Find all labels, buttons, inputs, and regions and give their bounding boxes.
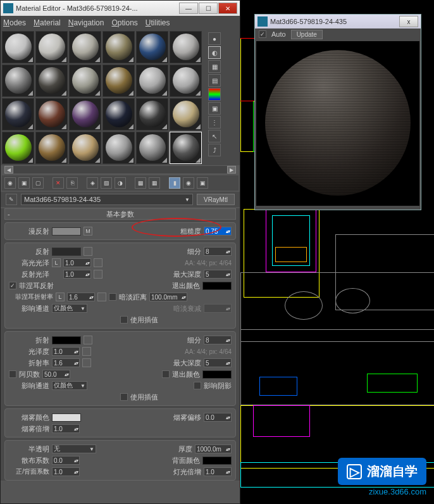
glossiness-map-button[interactable]	[82, 347, 91, 356]
material-preview-window[interactable]: Mat3d66-579819-24-435 x ✓ Auto Update	[254, 14, 421, 210]
exit-color-checkbox[interactable]	[162, 370, 170, 378]
material-name-dropdown[interactable]: Mat3d66-579819-24-435▼	[21, 194, 193, 205]
sample-slot[interactable]	[2, 31, 34, 63]
rollout-header[interactable]: - 基本参数	[4, 208, 236, 220]
sample-slot[interactable]	[35, 31, 68, 63]
dim-dist-spinner[interactable]: 100.0mm▴▾	[149, 293, 187, 301]
refract-affect-dropdown[interactable]: 仅颜色▼	[52, 381, 87, 390]
put-to-library-icon[interactable]: ▧	[101, 177, 112, 189]
refl-gloss-spinner[interactable]: 1.0▴▾	[63, 270, 91, 279]
uv-tiling-icon[interactable]: ▤	[208, 74, 221, 87]
hilight-gloss-spinner[interactable]: 1.0▴▾	[63, 258, 91, 267]
sample-slot[interactable]	[2, 65, 34, 97]
video-color-icon[interactable]	[208, 88, 221, 101]
show-in-viewport-icon[interactable]: ▩	[135, 177, 146, 189]
make-copy-icon[interactable]: ⎘	[66, 177, 78, 189]
abbe-spinner[interactable]: 50.0▴▾	[42, 370, 70, 379]
update-button[interactable]: Update	[291, 30, 323, 39]
ior-map-button[interactable]	[82, 358, 91, 367]
sample-slot[interactable]	[170, 132, 202, 164]
get-material-icon[interactable]: ◉	[4, 177, 16, 189]
horizontal-scrollbar[interactable]: ◀ ▶	[4, 165, 236, 174]
sample-slot[interactable]	[2, 98, 34, 130]
backlight-icon[interactable]: ◐	[208, 46, 221, 59]
titlebar[interactable]: Material Editor - Mat3d66-579819-24-... …	[1, 1, 240, 16]
pick-from-object-icon[interactable]: ▣	[197, 177, 208, 189]
sample-slot[interactable]	[102, 65, 135, 97]
sample-slot[interactable]	[35, 98, 68, 130]
reflect-map-button[interactable]	[84, 247, 92, 256]
scroll-right-button[interactable]: ▶	[227, 166, 236, 173]
auto-checkbox[interactable]: ✓	[259, 30, 266, 38]
refract-subdiv-spinner[interactable]: 8▴▾	[204, 336, 232, 344]
menu-options[interactable]: Options	[111, 18, 137, 27]
fwd-back-spinner[interactable]: 1.0▴▾	[52, 467, 80, 476]
make-preview-icon[interactable]: ▣	[208, 102, 221, 115]
preview-titlebar[interactable]: Mat3d66-579819-24-435 x	[255, 15, 421, 28]
ior-spinner[interactable]: 1.6▴▾	[52, 358, 80, 367]
close-button[interactable]: x	[399, 16, 418, 27]
reflect-subdiv-spinner[interactable]: 8▴▾	[204, 247, 232, 256]
refract-exit-swatch[interactable]	[202, 370, 232, 379]
scatter-spinner[interactable]: 0.0▴▾	[52, 456, 80, 465]
menu-navigation[interactable]: Navigation	[68, 18, 104, 27]
sample-slot[interactable]	[136, 132, 168, 164]
sample-slot[interactable]	[170, 65, 202, 97]
refract-swatch[interactable]	[52, 336, 81, 344]
fog-mult-spinner[interactable]: 1.0▴▾	[52, 424, 80, 433]
sample-slot[interactable]	[170, 98, 202, 130]
background-icon[interactable]: ▦	[208, 60, 221, 73]
back-color-swatch[interactable]	[202, 457, 232, 465]
hilight-map-button[interactable]	[94, 258, 102, 267]
refract-maxdepth-spinner[interactable]: 5▴▾	[204, 358, 232, 367]
sample-type-icon[interactable]: ●	[208, 32, 221, 45]
abbe-checkbox[interactable]	[9, 370, 16, 378]
refl-gloss-map-button[interactable]	[94, 270, 102, 279]
assign-to-selection-icon[interactable]: ▢	[32, 177, 44, 189]
sample-slot[interactable]	[136, 31, 168, 63]
scroll-track[interactable]	[13, 166, 227, 173]
refract-map-button[interactable]	[84, 336, 92, 344]
sample-slot[interactable]	[69, 132, 101, 164]
material-id-icon[interactable]: ◑	[115, 177, 126, 189]
fresnel-checkbox[interactable]: ✓	[9, 282, 16, 289]
fresnel-ior-spinner[interactable]: 1.6▴▾	[67, 293, 95, 301]
use-interp-checkbox[interactable]	[120, 316, 128, 324]
sample-slot[interactable]	[69, 65, 101, 97]
close-button[interactable]: ✕	[218, 3, 237, 14]
translucency-dropdown[interactable]: 无▼	[52, 444, 96, 453]
options-icon[interactable]: ⋮	[208, 116, 221, 129]
sample-slot[interactable]	[102, 132, 135, 164]
material-type-button[interactable]: VRayMtl	[197, 194, 235, 205]
roughness-spinner[interactable]: 0.75▴▾	[204, 227, 232, 236]
fresnel-ior-map-button[interactable]	[97, 293, 106, 301]
sample-slot[interactable]	[170, 31, 202, 63]
show-end-result-icon[interactable]: ▦	[149, 177, 160, 189]
diffuse-map-button[interactable]: M	[84, 227, 92, 236]
menu-modes[interactable]: MModesodes	[3, 18, 26, 27]
light-mult-spinner[interactable]: 1.0▴▾	[204, 467, 232, 476]
refract-interp-checkbox[interactable]	[120, 393, 128, 401]
menu-material[interactable]: Material	[34, 18, 61, 27]
fog-color-swatch[interactable]	[52, 413, 81, 422]
diffuse-swatch[interactable]	[52, 227, 81, 236]
maximize-button[interactable]: ☐	[199, 3, 218, 14]
sample-slot[interactable]	[69, 98, 101, 130]
fog-bias-spinner[interactable]: 0.0▴▾	[204, 413, 232, 422]
make-unique-icon[interactable]: ◈	[87, 177, 98, 189]
hilight-lock-button[interactable]: L	[52, 258, 61, 267]
thickness-spinner[interactable]: 1000.0m▴▾	[195, 444, 232, 453]
sample-slot[interactable]	[69, 31, 101, 63]
sample-slot[interactable]	[136, 65, 168, 97]
reset-icon[interactable]: ✕	[53, 177, 64, 189]
menu-utilities[interactable]: Utilities	[146, 18, 170, 27]
sample-slot[interactable]	[35, 65, 68, 97]
put-to-scene-icon[interactable]: ▣	[18, 177, 30, 189]
fresnel-lock-button[interactable]: L	[56, 293, 65, 301]
reflect-maxdepth-spinner[interactable]: 5▴▾	[204, 270, 232, 279]
material-map-navigator-icon[interactable]: ⤴	[208, 144, 221, 156]
sample-slot[interactable]	[35, 132, 68, 164]
go-forward-icon[interactable]: ◉	[183, 177, 194, 189]
reflect-swatch[interactable]	[52, 248, 81, 256]
sample-slot[interactable]	[102, 98, 135, 130]
